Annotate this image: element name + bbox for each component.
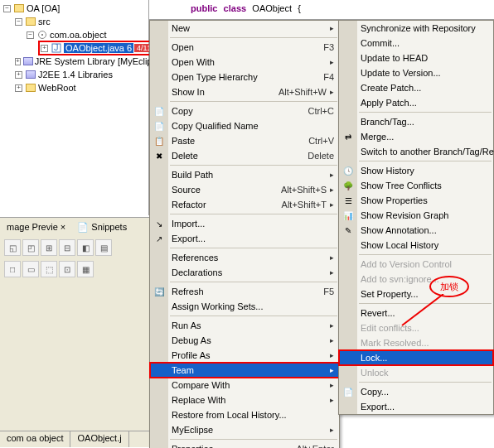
collapse-icon[interactable]: − [27, 31, 34, 39]
menu-source[interactable]: SourceAlt+Shift+S [150, 182, 339, 197]
menu-revert[interactable]: Revert... [339, 306, 493, 320]
toolbar-button[interactable]: ⊞ [41, 239, 57, 256]
menu-compare-with[interactable]: Compare With [150, 378, 339, 393]
menu-refactor[interactable]: RefactorAlt+Shift+T [150, 197, 339, 212]
bottom-tab[interactable]: com oa object [0, 431, 70, 447]
menu-open[interactable]: OpenF3 [150, 40, 339, 55]
import-icon: ↘ [153, 217, 166, 230]
toolbar-row-2: □ ▭ ⬚ ⊡ ▦ [0, 258, 149, 280]
toolbar-button[interactable]: ⬚ [41, 261, 57, 277]
menu-import[interactable]: ↘Import... [150, 216, 339, 231]
menu-show-properties[interactable]: ☰Show Properties [339, 193, 493, 208]
menu-show-tree-conflicts[interactable]: 🌳Show Tree Conflicts [339, 178, 493, 193]
menu-update-version[interactable]: Update to Version... [339, 65, 493, 80]
bottom-tab[interactable]: OAObject.j [70, 431, 128, 447]
menu-merge[interactable]: ⇄Merge... [339, 129, 493, 144]
project-explorer: −OA [OA] −src −com.oa.object + J OAObjec… [0, 0, 149, 215]
tree-j2ee[interactable]: +J2EE 1.4 Libraries [2, 68, 147, 81]
graph-icon: 📊 [341, 209, 355, 222]
menu-switch-branch[interactable]: Switch to another Branch/Tag/Rev [339, 144, 493, 159]
menu-show-revision-graph[interactable]: 📊Show Revision Graph [339, 208, 493, 223]
toolbar-button[interactable]: ▭ [22, 261, 39, 277]
expand-icon[interactable]: + [15, 71, 22, 79]
menu-run-as[interactable]: Run As [150, 318, 339, 333]
menu-team[interactable]: Team [150, 363, 339, 378]
menu-add-svn-ignore: Add to svn:ignore... [339, 272, 493, 287]
expand-icon[interactable]: + [41, 45, 48, 52]
java-icon: J [51, 42, 62, 54]
menu-show-local-history[interactable]: Show Local History [339, 238, 493, 253]
toolbar-button[interactable]: ◧ [77, 239, 94, 256]
toolbar-button[interactable]: ▦ [77, 261, 94, 277]
tree-src[interactable]: −src [2, 15, 147, 28]
copy-icon: 📄 [153, 104, 166, 118]
menu-apply-patch[interactable]: Apply Patch... [339, 95, 493, 110]
menu-unlock: Unlock [339, 365, 493, 380]
menu-debug-as[interactable]: Debug As [150, 333, 339, 348]
menu-set-property[interactable]: Set Property... [339, 287, 493, 301]
menu-declarations[interactable]: Declarations [150, 265, 339, 280]
editor[interactable]: public class OAObject { [149, 0, 494, 20]
menu-replace-with[interactable]: Replace With [150, 393, 339, 407]
tree-label: com.oa.object [50, 30, 106, 40]
menu-show-in[interactable]: Show InAlt+Shift+W [150, 84, 339, 99]
tree-file-oaobject[interactable]: + J OAObject.java 64/11 [2, 41, 147, 55]
menu-profile-as[interactable]: Profile As [150, 348, 339, 363]
bottom-tabs: com oa object OAObject.j [0, 431, 149, 447]
menu-assign-working-sets[interactable]: Assign Working Sets... [150, 299, 339, 314]
tree-webroot[interactable]: +WebRoot [2, 81, 147, 94]
tree-package[interactable]: −com.oa.object [2, 28, 147, 41]
toolbar-button[interactable]: ⊟ [59, 239, 75, 256]
library-icon [25, 69, 36, 80]
merge-icon: ⇄ [341, 130, 355, 143]
menu-lock[interactable]: Lock... [339, 350, 493, 365]
annotation-icon: ✎ [341, 224, 355, 237]
menu-build-path[interactable]: Build Path [150, 167, 339, 182]
tree-icon: 🌳 [341, 179, 355, 192]
export-icon: ↗ [153, 232, 166, 245]
menu-refresh[interactable]: 🔄RefreshF5 [150, 284, 339, 299]
toolbar-button[interactable]: ⊡ [59, 261, 75, 277]
collapse-icon[interactable]: − [15, 18, 22, 26]
menu-new[interactable]: New [150, 21, 339, 36]
tab-image-preview[interactable]: mage Previe × [3, 220, 69, 234]
menu-references[interactable]: References [150, 250, 339, 265]
close-icon[interactable]: × [61, 222, 65, 232]
toolbar-button[interactable]: ◱ [4, 239, 21, 256]
menu-myeclipse[interactable]: MyEclipse [150, 422, 339, 437]
lower-left-pane: mage Previe × 📄 Snippets ◱ ◰ ⊞ ⊟ ◧ ▤ □ ▭… [0, 217, 149, 447]
toolbar-button[interactable]: ◰ [22, 239, 39, 256]
tree-project[interactable]: −OA [OA] [2, 2, 147, 15]
menu-show-history[interactable]: 🕓Show History [339, 163, 493, 178]
toolbar-button[interactable]: □ [4, 261, 21, 277]
menu-edit-conflicts: Edit conflicts... [339, 320, 493, 335]
menu-update-head[interactable]: Update to HEAD [339, 51, 493, 65]
toolbar-button[interactable]: ▤ [95, 239, 112, 256]
menu-copy2[interactable]: 📄Copy... [339, 384, 493, 399]
menu-copy[interactable]: 📄CopyCtrl+C [150, 104, 339, 118]
menu-open-type-hierarchy[interactable]: Open Type HierarchyF4 [150, 70, 339, 84]
menu-delete[interactable]: ✖DeleteDelete [150, 148, 339, 163]
menu-show-annotation[interactable]: ✎Show Annotation... [339, 223, 493, 238]
project-icon [13, 2, 25, 14]
expand-icon[interactable]: + [15, 58, 21, 65]
collapse-icon[interactable]: − [3, 5, 11, 12]
tab-snippets[interactable]: 📄 Snippets [74, 220, 130, 234]
toolbar-row-1: ◱ ◰ ⊞ ⊟ ◧ ▤ [0, 237, 149, 258]
menu-create-patch[interactable]: Create Patch... [339, 80, 493, 95]
menu-synchronize[interactable]: Synchronize with Repository [339, 21, 493, 36]
tree-jre[interactable]: +JRE System Library [MyEclipse [2, 55, 147, 68]
menu-restore-local-history[interactable]: Restore from Local History... [150, 407, 339, 422]
properties-icon: ☰ [341, 194, 355, 207]
menu-add-version-control: Add to Version Control [339, 257, 493, 272]
menu-copy-qualified[interactable]: 📄Copy Qualified Name [150, 118, 339, 133]
menu-export2[interactable]: Export... [339, 399, 493, 414]
menu-export[interactable]: ↗Export... [150, 231, 339, 246]
menu-properties[interactable]: PropertiesAlt+Enter [150, 441, 339, 448]
menu-open-with[interactable]: Open With [150, 55, 339, 70]
menu-paste[interactable]: 📋PasteCtrl+V [150, 133, 339, 148]
menu-commit[interactable]: Commit... [339, 36, 493, 51]
menu-branch-tag[interactable]: Branch/Tag... [339, 114, 493, 129]
tree-file-label: OAObject.java [65, 43, 124, 53]
expand-icon[interactable]: + [15, 84, 22, 92]
